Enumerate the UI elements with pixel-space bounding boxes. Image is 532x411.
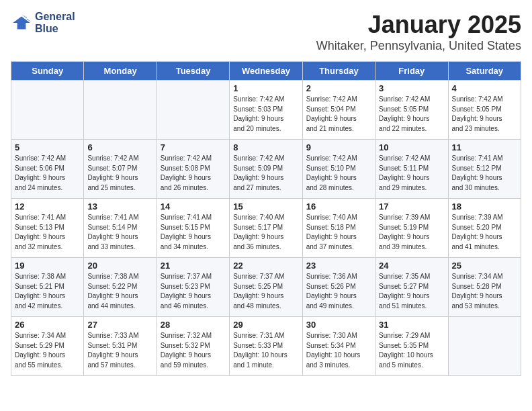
calendar-week-row: 19Sunrise: 7:38 AM Sunset: 5:21 PM Dayli… bbox=[11, 258, 521, 317]
day-number: 14 bbox=[161, 201, 226, 212]
day-info: Sunrise: 7:41 AM Sunset: 5:12 PM Dayligh… bbox=[452, 154, 517, 193]
day-number: 22 bbox=[233, 261, 298, 271]
calendar-cell: 13Sunrise: 7:41 AM Sunset: 5:14 PM Dayli… bbox=[84, 199, 157, 258]
day-info: Sunrise: 7:38 AM Sunset: 5:22 PM Dayligh… bbox=[87, 272, 152, 311]
weekday-header: Wednesday bbox=[230, 62, 302, 81]
day-info: Sunrise: 7:42 AM Sunset: 5:09 PM Dayligh… bbox=[233, 154, 298, 193]
day-number: 9 bbox=[306, 142, 371, 152]
calendar-cell: 16Sunrise: 7:40 AM Sunset: 5:18 PM Dayli… bbox=[302, 199, 375, 258]
calendar-cell: 30Sunrise: 7:30 AM Sunset: 5:34 PM Dayli… bbox=[302, 317, 375, 376]
weekday-header-row: SundayMondayTuesdayWednesdayThursdayFrid… bbox=[11, 62, 521, 81]
calendar-cell: 15Sunrise: 7:40 AM Sunset: 5:17 PM Dayli… bbox=[230, 199, 302, 258]
calendar-cell: 22Sunrise: 7:37 AM Sunset: 5:25 PM Dayli… bbox=[230, 258, 302, 317]
weekday-header: Thursday bbox=[302, 62, 375, 81]
calendar-cell: 25Sunrise: 7:34 AM Sunset: 5:28 PM Dayli… bbox=[448, 258, 521, 317]
day-number: 18 bbox=[452, 201, 517, 212]
calendar-cell: 18Sunrise: 7:39 AM Sunset: 5:20 PM Dayli… bbox=[448, 199, 521, 258]
day-number: 3 bbox=[379, 83, 444, 93]
day-number: 21 bbox=[161, 261, 226, 271]
weekday-header: Saturday bbox=[448, 62, 521, 81]
location-title: Whitaker, Pennsylvania, United States bbox=[316, 39, 521, 53]
day-number: 5 bbox=[15, 142, 80, 152]
day-info: Sunrise: 7:36 AM Sunset: 5:26 PM Dayligh… bbox=[306, 272, 371, 311]
calendar-cell: 7Sunrise: 7:42 AM Sunset: 5:08 PM Daylig… bbox=[157, 140, 229, 199]
day-number: 1 bbox=[233, 83, 298, 93]
day-info: Sunrise: 7:42 AM Sunset: 5:08 PM Dayligh… bbox=[161, 154, 226, 193]
calendar-cell: 26Sunrise: 7:34 AM Sunset: 5:29 PM Dayli… bbox=[11, 317, 84, 376]
day-number: 7 bbox=[161, 142, 226, 152]
weekday-header: Tuesday bbox=[157, 62, 229, 81]
day-info: Sunrise: 7:29 AM Sunset: 5:35 PM Dayligh… bbox=[379, 331, 444, 370]
calendar-week-row: 12Sunrise: 7:41 AM Sunset: 5:13 PM Dayli… bbox=[11, 199, 521, 258]
day-number: 10 bbox=[379, 142, 444, 152]
calendar-cell: 6Sunrise: 7:42 AM Sunset: 5:07 PM Daylig… bbox=[84, 140, 157, 199]
logo: General Blue bbox=[11, 11, 75, 34]
day-info: Sunrise: 7:42 AM Sunset: 5:04 PM Dayligh… bbox=[306, 95, 371, 134]
day-info: Sunrise: 7:41 AM Sunset: 5:13 PM Dayligh… bbox=[15, 213, 80, 252]
day-info: Sunrise: 7:33 AM Sunset: 5:31 PM Dayligh… bbox=[87, 331, 152, 370]
calendar-week-row: 1Sunrise: 7:42 AM Sunset: 5:03 PM Daylig… bbox=[11, 81, 521, 140]
day-info: Sunrise: 7:42 AM Sunset: 5:03 PM Dayligh… bbox=[233, 95, 298, 134]
calendar-cell: 10Sunrise: 7:42 AM Sunset: 5:11 PM Dayli… bbox=[375, 140, 448, 199]
month-title: January 2025 bbox=[316, 11, 521, 39]
calendar-cell: 11Sunrise: 7:41 AM Sunset: 5:12 PM Dayli… bbox=[448, 140, 521, 199]
calendar-cell: 12Sunrise: 7:41 AM Sunset: 5:13 PM Dayli… bbox=[11, 199, 84, 258]
day-number: 23 bbox=[306, 261, 371, 271]
calendar-cell: 17Sunrise: 7:39 AM Sunset: 5:19 PM Dayli… bbox=[375, 199, 448, 258]
day-info: Sunrise: 7:39 AM Sunset: 5:19 PM Dayligh… bbox=[379, 213, 444, 252]
calendar-cell: 4Sunrise: 7:42 AM Sunset: 5:05 PM Daylig… bbox=[448, 81, 521, 140]
day-number: 8 bbox=[233, 142, 298, 152]
day-number: 29 bbox=[233, 320, 298, 330]
day-number: 31 bbox=[379, 320, 444, 330]
day-number: 27 bbox=[87, 320, 152, 330]
calendar-cell: 2Sunrise: 7:42 AM Sunset: 5:04 PM Daylig… bbox=[302, 81, 375, 140]
calendar: SundayMondayTuesdayWednesdayThursdayFrid… bbox=[11, 61, 521, 376]
day-number: 13 bbox=[87, 201, 152, 212]
day-number: 24 bbox=[379, 261, 444, 271]
day-info: Sunrise: 7:41 AM Sunset: 5:15 PM Dayligh… bbox=[161, 213, 226, 252]
calendar-cell: 28Sunrise: 7:32 AM Sunset: 5:32 PM Dayli… bbox=[157, 317, 229, 376]
day-number: 26 bbox=[15, 320, 80, 330]
calendar-cell: 23Sunrise: 7:36 AM Sunset: 5:26 PM Dayli… bbox=[302, 258, 375, 317]
header: General Blue January 2025 Whitaker, Penn… bbox=[11, 11, 521, 53]
calendar-cell: 3Sunrise: 7:42 AM Sunset: 5:05 PM Daylig… bbox=[375, 81, 448, 140]
day-info: Sunrise: 7:38 AM Sunset: 5:21 PM Dayligh… bbox=[15, 272, 80, 311]
day-number: 30 bbox=[306, 320, 371, 330]
day-info: Sunrise: 7:41 AM Sunset: 5:14 PM Dayligh… bbox=[87, 213, 152, 252]
logo-icon bbox=[11, 12, 32, 34]
calendar-cell bbox=[84, 81, 157, 140]
calendar-cell: 20Sunrise: 7:38 AM Sunset: 5:22 PM Dayli… bbox=[84, 258, 157, 317]
day-info: Sunrise: 7:42 AM Sunset: 5:05 PM Dayligh… bbox=[379, 95, 444, 134]
day-number: 15 bbox=[233, 201, 298, 212]
calendar-cell: 8Sunrise: 7:42 AM Sunset: 5:09 PM Daylig… bbox=[230, 140, 302, 199]
title-area: January 2025 Whitaker, Pennsylvania, Uni… bbox=[316, 11, 521, 53]
day-info: Sunrise: 7:39 AM Sunset: 5:20 PM Dayligh… bbox=[452, 213, 517, 252]
calendar-cell: 29Sunrise: 7:31 AM Sunset: 5:33 PM Dayli… bbox=[230, 317, 302, 376]
day-number: 6 bbox=[87, 142, 152, 152]
day-info: Sunrise: 7:32 AM Sunset: 5:32 PM Dayligh… bbox=[161, 331, 226, 370]
day-number: 12 bbox=[15, 201, 80, 212]
day-number: 17 bbox=[379, 201, 444, 212]
calendar-cell: 14Sunrise: 7:41 AM Sunset: 5:15 PM Dayli… bbox=[157, 199, 229, 258]
day-number: 19 bbox=[15, 261, 80, 271]
calendar-cell: 27Sunrise: 7:33 AM Sunset: 5:31 PM Dayli… bbox=[84, 317, 157, 376]
day-info: Sunrise: 7:34 AM Sunset: 5:28 PM Dayligh… bbox=[452, 272, 517, 311]
day-number: 25 bbox=[452, 261, 517, 271]
calendar-cell bbox=[448, 317, 521, 376]
svg-marker-0 bbox=[13, 16, 30, 29]
calendar-week-row: 5Sunrise: 7:42 AM Sunset: 5:06 PM Daylig… bbox=[11, 140, 521, 199]
day-number: 2 bbox=[306, 83, 371, 93]
day-info: Sunrise: 7:42 AM Sunset: 5:07 PM Dayligh… bbox=[87, 154, 152, 193]
calendar-cell: 9Sunrise: 7:42 AM Sunset: 5:10 PM Daylig… bbox=[302, 140, 375, 199]
calendar-week-row: 26Sunrise: 7:34 AM Sunset: 5:29 PM Dayli… bbox=[11, 317, 521, 376]
day-info: Sunrise: 7:37 AM Sunset: 5:25 PM Dayligh… bbox=[233, 272, 298, 311]
calendar-cell: 1Sunrise: 7:42 AM Sunset: 5:03 PM Daylig… bbox=[230, 81, 302, 140]
day-number: 16 bbox=[306, 201, 371, 212]
day-info: Sunrise: 7:42 AM Sunset: 5:05 PM Dayligh… bbox=[452, 95, 517, 134]
day-info: Sunrise: 7:42 AM Sunset: 5:06 PM Dayligh… bbox=[15, 154, 80, 193]
day-number: 4 bbox=[452, 83, 517, 93]
calendar-cell: 31Sunrise: 7:29 AM Sunset: 5:35 PM Dayli… bbox=[375, 317, 448, 376]
day-info: Sunrise: 7:40 AM Sunset: 5:17 PM Dayligh… bbox=[233, 213, 298, 252]
calendar-cell: 21Sunrise: 7:37 AM Sunset: 5:23 PM Dayli… bbox=[157, 258, 229, 317]
day-info: Sunrise: 7:40 AM Sunset: 5:18 PM Dayligh… bbox=[306, 213, 371, 252]
